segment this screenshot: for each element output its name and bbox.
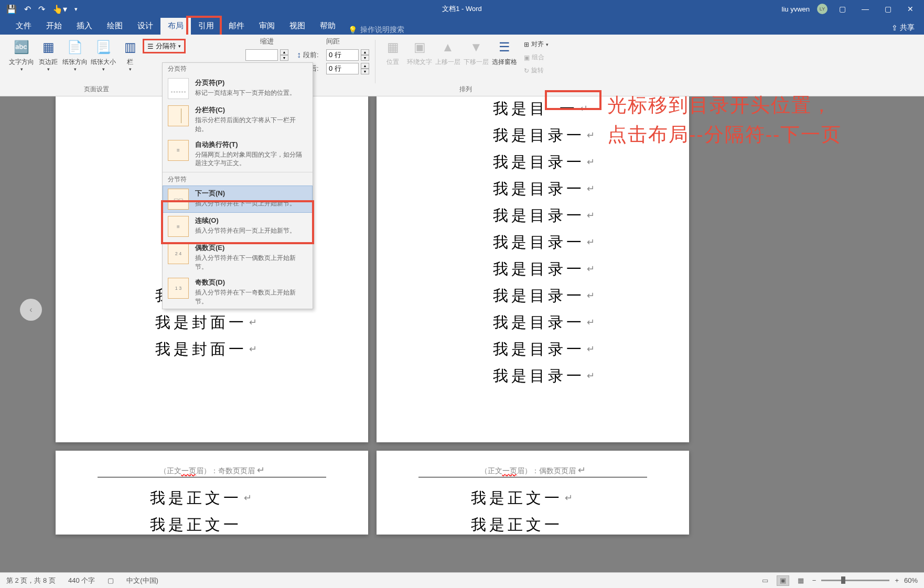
page-2[interactable]: 我是目一↵ 我是目录一↵ 我是目录一↵ 我是目录一↵ 我是目录一↵ 我是目录一↵… xyxy=(377,96,689,442)
selection-pane-icon: ☰ xyxy=(496,39,513,56)
back-nav-button[interactable]: ‹ xyxy=(20,299,42,321)
minimize-icon[interactable]: — xyxy=(857,4,873,14)
align-button[interactable]: ⊞对齐▾ xyxy=(522,39,551,50)
continuous-item[interactable]: ≡ 连续(O)插入分节符并在同一页上开始新节。 xyxy=(163,213,313,240)
spacing-before-icon: ↕ xyxy=(297,50,301,60)
tab-mailings[interactable]: 邮件 xyxy=(221,17,252,35)
column-break-item[interactable]: 分栏符(C)指示分栏符后面的文字将从下一栏开始。 xyxy=(163,102,313,137)
spin-up[interactable]: ▲ xyxy=(280,49,288,55)
read-mode-button[interactable]: ▭ xyxy=(759,575,771,586)
zoom-in-button[interactable]: + xyxy=(895,576,899,584)
position-icon: ▦ xyxy=(384,39,401,56)
tab-layout[interactable]: 布局 xyxy=(160,17,191,35)
spin-down[interactable]: ▼ xyxy=(361,55,369,61)
position-button: ▦ 位置 xyxy=(380,37,405,69)
page-setup-group: 🔤 文字方向 ▾ ▦ 页边距 ▾ 📄 纸张方向 ▾ 📃 纸张大小 ▾ ▥ xyxy=(4,37,189,95)
maximize-icon[interactable]: ▢ xyxy=(880,4,896,14)
spin-down[interactable]: ▼ xyxy=(280,55,288,61)
bring-forward-icon: ▲ xyxy=(439,39,456,56)
undo-icon[interactable]: ↶ xyxy=(24,4,31,14)
page-wrapper-2: 我是目一↵ 我是目录一↵ 我是目录一↵ 我是目录一↵ 我是目录一↵ 我是目录一↵… xyxy=(377,96,689,535)
spacing-before-input[interactable] xyxy=(326,49,359,61)
annotation-line-2: 点击布局--分隔符--下一页 xyxy=(607,122,842,148)
group-icon: ▣ xyxy=(524,54,530,61)
page-break-icon xyxy=(168,78,189,99)
share-button[interactable]: ⇪ 共享 xyxy=(889,21,917,35)
annotation-line-1: 光标移到目录开头位置， xyxy=(607,92,832,118)
save-icon[interactable]: 💾 xyxy=(6,4,17,14)
lightbulb-icon: 💡 xyxy=(348,26,357,34)
chevron-left-icon: ‹ xyxy=(29,305,32,314)
odd-page-icon: 1 3 xyxy=(168,278,189,299)
user-avatar[interactable]: LY xyxy=(817,4,828,14)
language[interactable]: 中文(中国) xyxy=(126,576,158,585)
tell-me-search[interactable]: 💡 操作说明搜索 xyxy=(348,25,404,35)
send-backward-icon: ▼ xyxy=(468,39,485,56)
user-name[interactable]: liu yvwen xyxy=(782,5,810,13)
tab-file[interactable]: 文件 xyxy=(8,17,39,35)
tab-home[interactable]: 开始 xyxy=(39,17,69,35)
text-direction-icon: 🔤 xyxy=(13,39,30,56)
page-break-item[interactable]: 分页符(P)标记一页结束与下一页开始的位置。 xyxy=(163,75,313,102)
touch-mode-icon[interactable]: 👆▾ xyxy=(52,4,67,14)
group-button: ▣组合 xyxy=(522,52,551,63)
text-direction-button[interactable]: 🔤 文字方向 ▾ xyxy=(7,37,36,74)
page-breaks-section-label: 分页符 xyxy=(163,63,313,75)
zoom-level[interactable]: 60% xyxy=(904,576,918,584)
close-icon[interactable]: ✕ xyxy=(903,4,918,14)
zoom-out-button[interactable]: − xyxy=(812,576,816,584)
text-wrapping-item[interactable]: ≡ 自动换行符(T)分隔网页上的对象周围的文字，如分隔题注文字与正文。 xyxy=(163,137,313,171)
redo-icon[interactable]: ↷ xyxy=(38,4,45,14)
share-icon: ⇪ xyxy=(891,24,898,32)
indent-left-input[interactable] xyxy=(245,49,278,61)
breaks-button[interactable]: ☰ 分隔符 ▾ xyxy=(143,39,186,53)
zoom-slider[interactable] xyxy=(821,580,889,581)
margins-icon: ▦ xyxy=(40,39,57,56)
page-4[interactable]: （正文一页眉）：偶数页页眉↵ 我是正文一↵ 我是正文一 xyxy=(377,451,689,535)
columns-icon: ▥ xyxy=(122,39,138,56)
indent-left-row: ▲▼ xyxy=(244,48,289,62)
columns-button[interactable]: ▥ 栏 ▾ xyxy=(117,37,143,74)
orientation-button[interactable]: 📄 纸张方向 ▾ xyxy=(61,37,89,74)
spin-up[interactable]: ▲ xyxy=(361,63,369,69)
selection-pane-button[interactable]: ☰ 选择窗格 xyxy=(490,37,519,69)
even-page-icon: 2 4 xyxy=(168,243,189,264)
word-count[interactable]: 440 个字 xyxy=(68,576,95,585)
tab-insert[interactable]: 插入 xyxy=(69,17,100,35)
page-3[interactable]: （正文一页眉）：奇数页页眉↵ 我是正文一↵ 我是正文一 xyxy=(56,451,368,535)
arrange-group: ▦ 位置 ▣ 环绕文字 ▲ 上移一层 ▼ 下移一层 ☰ 选择窗格 ⊞对齐▾ ▣组… xyxy=(377,37,554,95)
ribbon-options-icon[interactable]: ▢ xyxy=(835,4,850,14)
next-page-icon: ▭▭ xyxy=(168,189,189,210)
even-page-item[interactable]: 2 4 偶数页(E)插入分节符并在下一偶数页上开始新节。 xyxy=(163,240,313,275)
next-page-item[interactable]: ▭▭ 下一页(N)插入分节符并在下一页上开始新节。 xyxy=(163,186,313,213)
qat-customize-icon[interactable]: ▾ xyxy=(74,6,78,13)
proofing-icon[interactable]: ▢ xyxy=(108,576,114,584)
breaks-dropdown: 分页符 分页符(P)标记一页结束与下一页开始的位置。 分栏符(C)指示分栏符后面… xyxy=(162,62,313,309)
margins-button[interactable]: ▦ 页边距 ▾ xyxy=(36,37,61,74)
tab-view[interactable]: 视图 xyxy=(282,17,313,35)
tab-draw[interactable]: 绘图 xyxy=(100,17,130,35)
send-backward-button: ▼ 下移一层 xyxy=(462,37,490,69)
document-title: 文档1 - Word xyxy=(442,4,482,14)
document-area[interactable]: 面一↵ 面一↵ 面一↵ 面一↵ 面一↵ 面一↵ 面一↵ 我是封面一↵ 我是封面一… xyxy=(0,96,924,572)
rotate-button: ↻旋转 xyxy=(522,65,551,76)
tab-references[interactable]: 引用 xyxy=(191,17,221,35)
tab-design[interactable]: 设计 xyxy=(130,17,160,35)
odd-page-item[interactable]: 1 3 奇数页(D)插入分节符并在下一奇数页上开始新节。 xyxy=(163,275,313,309)
spacing-after-input[interactable] xyxy=(326,63,359,74)
tab-help[interactable]: 帮助 xyxy=(313,17,343,35)
bring-forward-button: ▲ 上移一层 xyxy=(434,37,462,69)
status-bar: 第 2 页，共 8 页 440 个字 ▢ 中文(中国) ▭ ▣ ▦ − + 60… xyxy=(0,572,924,588)
tab-review[interactable]: 审阅 xyxy=(252,17,282,35)
web-layout-button[interactable]: ▦ xyxy=(794,575,807,586)
align-icon: ⊞ xyxy=(524,41,529,48)
title-bar: 💾 ↶ ↷ 👆▾ ▾ 文档1 - Word liu yvwen LY ▢ — ▢… xyxy=(0,0,924,18)
page-info[interactable]: 第 2 页，共 8 页 xyxy=(6,576,56,585)
spin-down[interactable]: ▼ xyxy=(361,69,369,74)
page-setup-label: 页面设置 xyxy=(4,85,189,94)
section-breaks-label: 分节符 xyxy=(163,173,313,186)
text-wrapping-icon: ≡ xyxy=(168,140,189,161)
size-button[interactable]: 📃 纸张大小 ▾ xyxy=(89,37,117,74)
print-layout-button[interactable]: ▣ xyxy=(777,575,789,586)
spin-up[interactable]: ▲ xyxy=(361,49,369,55)
